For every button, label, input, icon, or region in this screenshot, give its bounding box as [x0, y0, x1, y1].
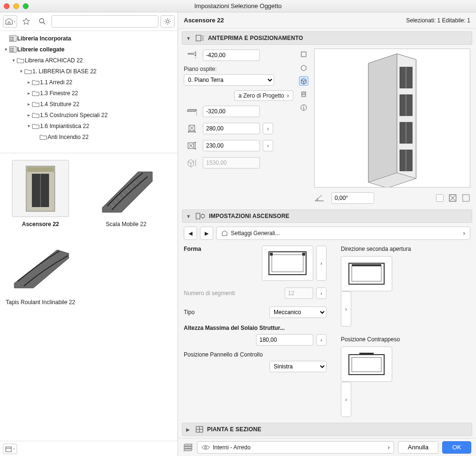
folder-icon: [31, 90, 40, 96]
zero-reference-button[interactable]: a Zero di Progetto ›: [234, 90, 293, 101]
preview-mode-wire[interactable]: [299, 63, 308, 72]
tree-item[interactable]: ▾Librerie collegate: [1, 44, 177, 55]
tree-item[interactable]: ▾1. LIBRERIA DI BASE 22: [1, 66, 177, 77]
library-manager-button[interactable]: ›: [3, 444, 17, 454]
library-home-button[interactable]: ›: [3, 15, 17, 28]
section-plan-title: PIANTA E SEZIONE: [207, 426, 261, 433]
library-tree[interactable]: Libreria Incorporata▾Librerie collegate▾…: [0, 31, 178, 153]
section-preview-head[interactable]: ▼ ANTEPRIMA E POSIZIONAMENTO: [182, 31, 472, 45]
settings-scroll[interactable]: ▼ ANTEPRIMA E POSIZIONAMENTO Piano ospit…: [178, 29, 476, 438]
nav-prev-button[interactable]: ◀: [184, 227, 197, 240]
layer-select[interactable]: Interni - Arredo ›: [197, 441, 394, 454]
preview-mode-2d[interactable]: [299, 50, 308, 59]
svg-rect-75: [272, 255, 303, 272]
tree-item[interactable]: ▾1.6 Impiantistica 22: [1, 120, 177, 131]
tree-item[interactable]: ▸1.5 Costruzioni Speciali 22: [1, 109, 177, 120]
forma-shape-button[interactable]: [262, 246, 313, 281]
svg-marker-91: [184, 444, 192, 446]
svg-rect-15: [10, 48, 12, 51]
controllo-pos-select[interactable]: Sinistra: [269, 361, 327, 372]
thumb-image: [12, 238, 69, 295]
library-thumbs: Ascensore 22Scala Mobile 22Tapis Roulant…: [0, 153, 178, 441]
tree-item[interactable]: ▾Libreria ARCHICAD 22: [1, 55, 177, 66]
preview-mode-info[interactable]: [299, 103, 308, 112]
mirror-checkbox[interactable]: [436, 194, 444, 202]
tree-item[interactable]: ▸1.1 Arredi 22: [1, 77, 177, 88]
host-story-select[interactable]: 0. Piano Terra: [184, 74, 274, 86]
top-offset-input[interactable]: [203, 50, 260, 61]
favorites-button[interactable]: [19, 15, 33, 28]
thumb-image: [98, 160, 155, 217]
search-button[interactable]: [35, 15, 50, 28]
gear-icon: [164, 18, 171, 25]
tipo-select[interactable]: Meccanico: [269, 307, 327, 318]
layer-name: Interni - Arredo: [213, 444, 250, 451]
library-footer: ›: [0, 441, 178, 456]
thumb-item[interactable]: Scala Mobile 22: [90, 160, 162, 228]
preview-3d[interactable]: [314, 49, 470, 188]
folder-icon: [24, 69, 32, 74]
thumb-item[interactable]: Tapis Roulant Inclinabile 22: [5, 238, 76, 306]
mirror-icon: [448, 194, 457, 202]
dim-y-input[interactable]: [203, 140, 260, 151]
host-story-label: Piano ospite:: [184, 66, 293, 72]
bottom-offset-input[interactable]: [203, 106, 260, 117]
direzione-shape-button[interactable]: [341, 256, 392, 291]
settings-page-label: Settaggi Generali...: [231, 230, 280, 237]
tree-item[interactable]: Libreria Incorporata: [1, 33, 177, 44]
thumb-caption: Tapis Roulant Inclinabile 22: [6, 299, 75, 306]
library-settings-button[interactable]: [160, 15, 175, 28]
svg-rect-13: [12, 37, 14, 40]
folder-icon: [31, 79, 40, 85]
preview-mode-3d[interactable]: [299, 76, 308, 86]
disclosure-icon: ▶: [186, 427, 192, 432]
dim-y-more[interactable]: ›: [263, 140, 273, 151]
dim-x-more[interactable]: ›: [263, 123, 273, 134]
direzione-label: Direzione seconda apertura: [341, 246, 470, 252]
bottom-offset-icon: [184, 105, 200, 118]
thumb-item[interactable]: Ascensore 22: [5, 160, 76, 228]
section-elevator-head[interactable]: ▼ IMPOSTAZIONI ASCENSORE: [182, 209, 472, 223]
library-toolbar: ›: [0, 12, 178, 31]
search-input[interactable]: [51, 15, 159, 28]
svg-rect-20: [27, 167, 54, 172]
forma-label: Forma: [184, 246, 201, 252]
nav-next-button[interactable]: ▶: [200, 227, 213, 240]
svg-rect-49: [302, 92, 306, 97]
elevator-settings-icon: [196, 212, 205, 220]
svg-rect-30: [6, 447, 11, 452]
dim-y-icon: [184, 139, 200, 152]
tree-item[interactable]: Anti Incendio 22: [1, 131, 177, 142]
disclosure-icon: ▸: [26, 79, 31, 85]
segmenti-label: Numero di segmenti: [184, 290, 235, 297]
tree-item[interactable]: ▸1.3 Finestre 22: [1, 88, 177, 99]
disclosure-icon: ▸: [26, 101, 31, 107]
section-plan-head[interactable]: ▶ PIANTA E SEZIONE: [182, 423, 472, 436]
preview-mode-elev[interactable]: [299, 89, 308, 99]
ok-button[interactable]: OK: [442, 441, 471, 454]
svg-rect-48: [301, 52, 306, 57]
contrappeso-more[interactable]: ›: [341, 382, 351, 417]
svg-point-53: [303, 106, 304, 107]
direzione-more[interactable]: ›: [341, 291, 351, 327]
library-icon: [5, 18, 13, 25]
tree-item[interactable]: ▸1.4 Strutture 22: [1, 99, 177, 109]
settings-page-button[interactable]: Settaggi Generali... ›: [216, 227, 470, 240]
settings-header: Ascensore 22 Selezionati: 1 Editabile: 1: [178, 12, 476, 29]
svg-rect-80: [352, 264, 381, 266]
dim-x-input[interactable]: [203, 123, 260, 134]
svg-marker-93: [184, 449, 192, 451]
altezza-input[interactable]: [256, 334, 313, 346]
svg-marker-29: [14, 250, 69, 288]
altezza-more[interactable]: ›: [316, 334, 327, 346]
forma-more[interactable]: ›: [316, 246, 327, 281]
contrappeso-shape-button[interactable]: [341, 347, 392, 382]
svg-rect-12: [10, 37, 12, 40]
angle-input[interactable]: [331, 192, 374, 204]
tree-item-label: Librerie collegate: [17, 46, 64, 53]
segmenti-more[interactable]: ›: [316, 287, 327, 299]
cancel-button[interactable]: Annulla: [398, 441, 438, 454]
thumb-caption: Scala Mobile 22: [106, 221, 146, 228]
settings-panel: Ascensore 22 Selezionati: 1 Editabile: 1…: [178, 12, 476, 456]
dim-x-icon: [184, 122, 200, 135]
